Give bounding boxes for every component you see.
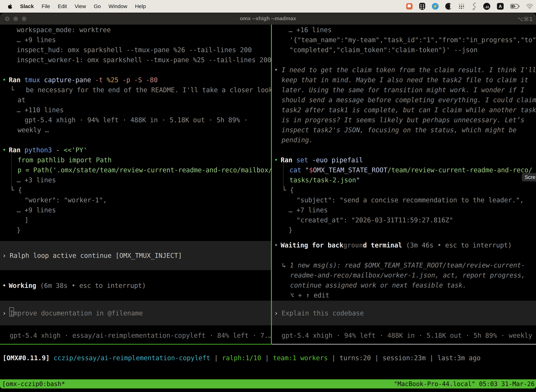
terminal-line: tasks/task-2.json" <box>272 175 536 185</box>
terminal-line: └ { <box>272 185 536 195</box>
terminal-line: "worker": "worker-1", <box>0 195 271 205</box>
terminal-line: } <box>0 225 271 235</box>
terminal-line: … +3 lines <box>0 175 271 185</box>
battery-icon[interactable] <box>510 4 519 9</box>
terminal-line: "completed","claim_token":"claim-token"}… <box>272 45 536 55</box>
terminal-window: omx --xhigh --madmax ⌥⌘1 workspace_mode:… <box>0 13 536 388</box>
tmux-host-clock-label: "MacBook-Pro-44.local" 05:03 31-Mar-26 <box>394 379 535 388</box>
close-button[interactable] <box>5 17 10 21</box>
screen-tooltip: Scre <box>522 173 536 182</box>
menu-edit[interactable]: Edit <box>58 3 67 9</box>
zoom-button[interactable] <box>22 17 26 21</box>
terminal-line: is in progress? It seems likely but perh… <box>272 115 536 125</box>
terminal-line: gpt-5.4 xhigh · 94% left · 488K in · 5.1… <box>0 115 271 125</box>
terminal-line: └ { <box>0 185 271 195</box>
terminal-line: continue assigned work or next feasible … <box>272 280 536 290</box>
window-title-bar[interactable]: omx --xhigh --madmax ⌥⌘1 <box>0 13 536 25</box>
terminal-line: '{"team_name":"my-team","task_id":"1","f… <box>272 35 536 45</box>
terminal-line: p = Path('.omx/state/team/review-current… <box>0 165 271 175</box>
terminal-line: "created_at": "2026-03-31T11:59:27.816Z" <box>272 215 536 225</box>
apple-menu-icon[interactable] <box>8 4 13 9</box>
terminal-line: •Ran tmux capture-pane -t %25 -p -S -80 <box>0 75 271 85</box>
terminal-line: … +9 lines <box>0 35 271 45</box>
terminal-line: weekly … <box>0 125 271 135</box>
wifi-icon[interactable] <box>526 4 533 9</box>
menu-app-name[interactable]: Slack <box>20 3 34 9</box>
terminal-line: … +9 lines <box>0 205 271 215</box>
keyboard-layout-icon[interactable]: A <box>497 3 504 10</box>
terminal-line: ↳ 1 new msg(s): read $OMX_TEAM_STATE_ROO… <box>272 260 536 270</box>
menu-window[interactable]: Window <box>109 3 127 9</box>
slack-status-icon[interactable] <box>406 3 412 9</box>
crescent-menu-icon[interactable] <box>445 3 452 10</box>
tmux-session-window-label[interactable]: [omx-cczip0:bash* <box>2 379 65 388</box>
menu-go[interactable]: Go <box>94 3 101 9</box>
terminal-line: •Ran python3 - <<'PY' <box>0 145 271 155</box>
pane-border-right <box>272 344 536 345</box>
terminal-line: inspect_worker-1: omx sparkshell --tmux-… <box>0 55 271 65</box>
percent-badge-icon[interactable]: ..61 <box>483 3 490 10</box>
shield-grid-icon[interactable] <box>419 3 425 10</box>
squiggle-icon[interactable] <box>471 2 477 10</box>
menu-bar: Slack File Edit View Go Window Help ⚡ ..… <box>0 0 536 13</box>
window-title: omx --xhigh --madmax <box>240 15 296 21</box>
terminal-line: inspect task2's JSON, focusing on the st… <box>272 125 536 135</box>
terminal-line: … +7 lines <box>272 205 536 215</box>
window-shortcut-badge: ⌥⌘1 <box>517 16 533 23</box>
menu-file[interactable]: File <box>42 3 50 9</box>
omx-status-line: [OMX#0.11.9] cczip/essay/ai-reimplementa… <box>3 353 481 363</box>
terminal-line: … +16 lines <box>272 25 536 35</box>
menu-help[interactable]: Help <box>135 3 146 9</box>
bolt-badge-icon[interactable]: ⚡ <box>432 3 439 10</box>
terminal-line: readme-and-reco/mailbox/worker-1.json, a… <box>272 270 536 280</box>
terminal-line: at <box>0 95 271 105</box>
terminal-line: … +110 lines <box>0 105 271 115</box>
terminal-line: from pathlib import Path <box>0 155 271 165</box>
dots-grid-icon[interactable] <box>459 3 464 9</box>
terminal-line: •Ran set -euo pipefail <box>272 155 536 165</box>
terminal-line: ] <box>0 215 271 225</box>
terminal-line: ⌥ + ↑ edit <box>272 290 536 300</box>
terminal-line: gpt-5.4 xhigh · essay/ai-reimplementatio… <box>0 331 271 341</box>
terminal-line: task2 after task1 is complete, but can I… <box>272 105 536 115</box>
terminal-line: cat "$OMX_TEAM_STATE_ROOT/team/review-cu… <box>272 165 536 175</box>
terminal-line: └ be necessary for the end of the README… <box>0 85 271 95</box>
terminal-line: later. Using the same for transition mig… <box>272 85 536 95</box>
tmux-status-bar: [omx-cczip0:bash* "MacBook-Pro-44.local"… <box>0 379 536 388</box>
terminal-line: } <box>272 225 536 235</box>
pane-divider[interactable] <box>271 25 272 344</box>
terminal-line: "subject": "send a concise recommendatio… <box>272 195 536 205</box>
pane-border-left <box>0 344 272 345</box>
terminal-line: keep that in mind. Maybe I also need the… <box>272 75 536 85</box>
left-terminal-pane[interactable]: workspace_mode: worktree… +9 linesinspec… <box>0 25 271 344</box>
terminal-line: workspace_mode: worktree <box>0 25 271 35</box>
minimize-button[interactable] <box>13 17 18 21</box>
terminal-line: ›Improve documentation in @filename <box>0 308 271 318</box>
right-terminal-pane[interactable]: … +16 lines'{"team_name":"my-team","task… <box>272 25 536 344</box>
terminal-line: ›Ralph loop active continue [OMX_TMUX_IN… <box>0 251 271 261</box>
menu-view[interactable]: View <box>75 3 86 9</box>
terminal-line: •Working (6m 38s • esc to interrupt) <box>0 281 271 291</box>
terminal-line: inspect_hud: omx sparkshell --tmux-pane … <box>0 45 271 55</box>
terminal-line: •Waiting for background terminal (3m 46s… <box>272 240 536 250</box>
terminal-line: should send a message before completing … <box>272 95 536 105</box>
terminal-line: pending. <box>272 135 536 145</box>
terminal-line: gpt-5.4 xhigh · 94% left · 488K in · 5.1… <box>272 331 536 341</box>
terminal-line: ›Explain this codebase <box>272 308 536 318</box>
terminal-line: •I need to get the claim token from the … <box>272 65 536 75</box>
